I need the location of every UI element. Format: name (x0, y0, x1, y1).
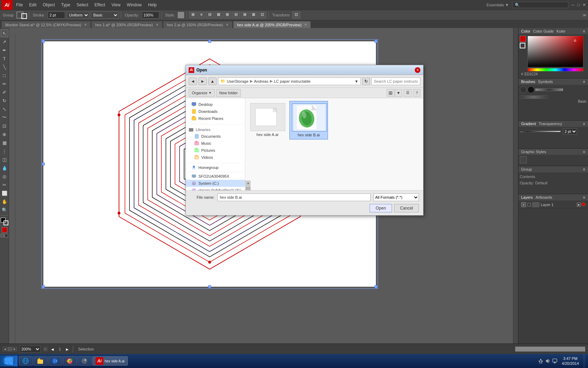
file-item-1[interactable]: hex side B.ai (289, 101, 328, 139)
color-tab[interactable]: Color (521, 29, 530, 33)
tab-close-0[interactable]: ✕ (84, 23, 87, 27)
minimize-btn[interactable]: ─ (570, 2, 575, 7)
zoom-select[interactable]: 200% (20, 346, 41, 353)
brush-dot[interactable] (520, 86, 527, 93)
stroke-input[interactable] (48, 12, 65, 19)
brushes-panel-header[interactable]: Brushes Symbols ≡ (518, 79, 588, 85)
brushes-tab[interactable]: Brushes (521, 80, 535, 84)
color-indicator[interactable] (2, 227, 7, 233)
organize-btn[interactable]: Organize ▼ (189, 89, 215, 97)
taskbar-illustrator[interactable]: Ai hex side A.ai (92, 356, 128, 366)
breadcrumb-bar[interactable]: 📁 UserStorage ▶ Andreas ▶ LC paper instr… (218, 77, 361, 85)
menu-select[interactable]: Select (74, 1, 91, 9)
large-icons-btn[interactable]: ⊞ (387, 89, 394, 97)
filetype-select[interactable]: All Formats (*.*) (373, 193, 419, 201)
color-panel-header[interactable]: Color Color Guide Kuler ≡ (518, 28, 588, 34)
fullscreen-mode-btn[interactable] (5, 234, 8, 237)
tool-type[interactable]: T (1, 55, 8, 62)
artboard-menu-btn[interactable] (8, 347, 12, 351)
tab-close-1[interactable]: ✕ (156, 23, 159, 27)
tool-rotate[interactable]: ↻ (1, 97, 8, 104)
stroke-color[interactable] (4, 220, 8, 225)
stroke-width-select[interactable]: 2 pt (563, 128, 577, 135)
main-vscroll[interactable]: ▲ ▼ (245, 180, 250, 190)
breadcrumb-dropdown-arrow[interactable]: ▼ (355, 79, 358, 83)
align-btn3[interactable]: ⊟ (206, 12, 214, 19)
group-panel-header[interactable]: Group ≡ (518, 166, 588, 172)
tab-0[interactable]: Monitor Stand.ai* @ 12.5% (CMYK/Preview)… (1, 21, 91, 28)
tray-volume[interactable] (545, 358, 551, 364)
gradient-tab[interactable]: Gradient (521, 122, 536, 126)
up-btn[interactable]: ▲ (208, 77, 217, 85)
stroke-type-select[interactable]: Uniform (66, 12, 89, 19)
gradient-bar[interactable] (526, 131, 561, 132)
tray-network[interactable] (538, 358, 544, 364)
filename-input[interactable] (217, 193, 371, 201)
brush-dot2[interactable] (527, 86, 534, 93)
layer-lock[interactable] (527, 203, 531, 206)
layer-row[interactable]: ● Layer 1 ▶ (519, 201, 587, 209)
tool-rect[interactable]: □ (1, 71, 8, 79)
align-btn9[interactable]: ⊡ (258, 12, 266, 19)
dialog-close-btn[interactable]: ✕ (415, 67, 420, 73)
stroke-color-swatch[interactable] (520, 43, 525, 48)
sidebar-desktop[interactable]: Desktop (186, 101, 245, 108)
search-input[interactable] (371, 77, 420, 85)
show-desktop-btn[interactable] (583, 354, 585, 368)
close-btn[interactable]: ✕ (582, 2, 587, 7)
prev-page-btn[interactable]: ◄ (3, 347, 7, 351)
taskbar-media[interactable] (48, 356, 62, 366)
menu-effect[interactable]: Effect (92, 1, 108, 9)
color-panel-options[interactable]: ≡ (583, 29, 585, 33)
view-options-btn[interactable]: ▼ (395, 89, 402, 97)
sidebar-pictures[interactable]: Pictures (186, 147, 245, 154)
tab-1[interactable]: hex 1.ai* @ 200% (RGB/Preview) ✕ (91, 21, 162, 28)
panel-toggle[interactable]: ≫ (582, 13, 587, 18)
layers-tab[interactable]: Layers (521, 195, 533, 199)
taskbar-explorer[interactable] (34, 356, 48, 366)
nav-arrows-right[interactable]: ► (65, 347, 69, 351)
align-btn6[interactable]: ⊟ (232, 12, 240, 19)
style-swatch1[interactable] (520, 156, 527, 163)
v-scrollbar[interactable] (513, 28, 518, 353)
menu-object[interactable]: Object (40, 1, 58, 9)
brush-stroke2[interactable] (520, 95, 548, 99)
scroll-up-btn[interactable]: ▲ (246, 180, 251, 185)
tool-select[interactable]: ↖ (1, 29, 8, 37)
sidebar-storage-y[interactable]: storage (\\sfo5xg0ms1) (Y:) (186, 187, 245, 190)
gradient-panel-header[interactable]: Gradient Transparency ≡ (518, 121, 588, 127)
sidebar-videos[interactable]: Videos (186, 154, 245, 161)
tool-pencil[interactable]: ✐ (1, 88, 8, 96)
help-btn[interactable]: ? (413, 89, 420, 97)
layer-visibility-eye[interactable]: ● (521, 202, 526, 207)
new-folder-btn[interactable]: New folder (216, 89, 241, 97)
artboards-tab[interactable]: Artboards (536, 195, 552, 199)
tool-eyedropper[interactable]: 💧 (1, 164, 8, 172)
start-button[interactable] (0, 356, 18, 366)
nav-arrows-left[interactable]: ◄ (50, 347, 55, 351)
symbols-tab[interactable]: Symbols (538, 80, 553, 84)
sidebar-music[interactable]: Music (186, 140, 245, 147)
file-item-0[interactable]: hex side A.ai (248, 101, 287, 139)
normal-mode-btn[interactable] (1, 234, 4, 237)
tray-action-center[interactable] (552, 358, 558, 364)
brush-type-select[interactable]: Basic (91, 12, 119, 19)
restore-btn[interactable]: □ (576, 2, 581, 7)
tool-hand[interactable]: ✋ (1, 198, 8, 205)
sidebar-recent-places[interactable]: Recent Places (186, 115, 245, 122)
taskbar-mic[interactable]: 🎤 (78, 356, 92, 366)
style-preview[interactable] (177, 12, 184, 19)
transparency-tab[interactable]: Transparency (539, 122, 562, 126)
menu-type[interactable]: Type (58, 1, 73, 9)
layer-expand[interactable]: ▶ (577, 203, 581, 207)
align-btn5[interactable]: ⊞ (223, 12, 231, 19)
tool-direct-select[interactable]: ↗ (1, 38, 8, 46)
menu-window[interactable]: Window (124, 1, 145, 9)
preview-pane-btn[interactable]: ☰ (404, 89, 412, 97)
cancel-button[interactable]: Cancel (394, 204, 419, 212)
sidebar-homegroup[interactable]: Homegroup (186, 164, 245, 171)
menu-view[interactable]: View (109, 1, 124, 9)
open-button[interactable]: Open (370, 204, 392, 212)
color-field[interactable] (527, 36, 583, 67)
tool-gradient[interactable]: ◫ (1, 156, 8, 163)
